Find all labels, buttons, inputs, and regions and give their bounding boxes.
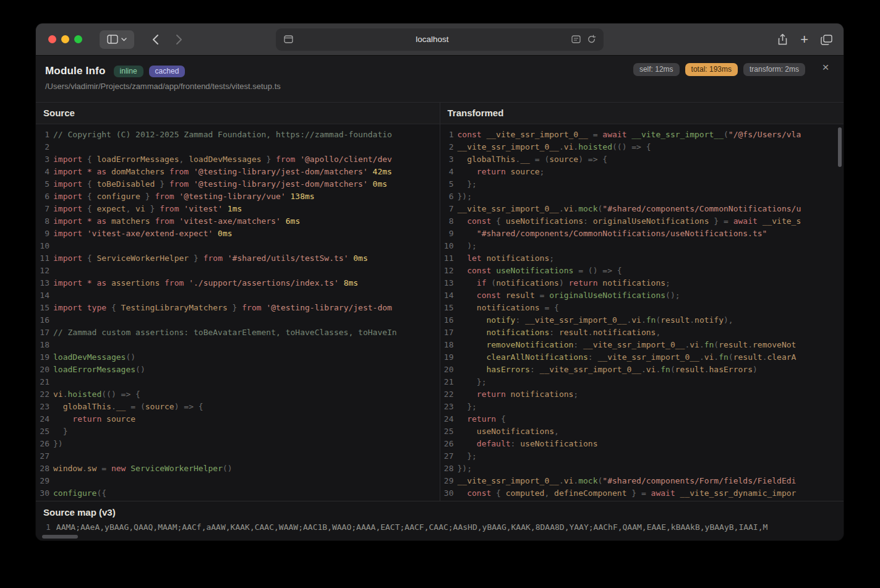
window-controls — [48, 35, 82, 43]
source-panel-title: Source — [36, 103, 440, 124]
line-number: 25 — [36, 425, 53, 438]
toolbar-right-buttons: + — [777, 23, 832, 56]
line-number: 4 — [440, 166, 458, 178]
line-number: 29 — [36, 475, 53, 487]
code-line: 17 notifications: result.notifications, — [440, 326, 844, 339]
line-number: 2 — [440, 141, 458, 153]
horizontal-scrollbar[interactable] — [42, 535, 78, 539]
code-panels: Source 1// Copyright (C) 2012-2025 Zamma… — [36, 103, 844, 501]
sourcemap-line-number: 1 — [46, 522, 56, 533]
module-path: /Users/vladimir/Projects/zammad/app/fron… — [45, 82, 834, 91]
code-line: 10 — [36, 240, 440, 252]
line-number: 9 — [440, 228, 458, 240]
code-line: 3 globalThis.__ = (source) => { — [440, 153, 844, 166]
sidebar-toggle-button[interactable] — [100, 30, 134, 49]
line-number: 18 — [36, 339, 53, 351]
code-line: 20 hasErrors: __vite_ssr_import_0__.vi.f… — [440, 364, 844, 376]
line-number: 5 — [36, 178, 53, 190]
transformed-panel-title: Transformed — [440, 103, 844, 124]
minimize-window-button[interactable] — [61, 35, 69, 43]
line-number: 13 — [36, 277, 53, 289]
code-line: 7import { expect, vi } from 'vitest' 1ms — [36, 203, 440, 215]
vite-inspect-page: Module Info inlinecached /Users/vladimir… — [36, 56, 844, 540]
code-line: 27 — [36, 450, 440, 462]
line-number: 11 — [36, 252, 53, 265]
line-number: 26 — [36, 438, 53, 450]
line-number: 8 — [440, 215, 458, 228]
code-line: 23 globalThis.__ = (source) => { — [36, 401, 440, 413]
sourcemap-title: Source map (v3) — [36, 501, 844, 522]
chevron-down-icon — [121, 38, 127, 41]
timing-badge: total: 193ms — [685, 63, 738, 76]
line-number: 23 — [440, 401, 458, 413]
line-number: 16 — [36, 314, 53, 326]
address-bar[interactable]: localhost — [276, 28, 604, 51]
code-line: 9import 'vitest-axe/extend-expect' 0ms — [36, 228, 440, 240]
line-number: 6 — [440, 190, 458, 203]
code-line: 7__vite_ssr_import_0__.vi.mock("#shared/… — [440, 203, 844, 215]
tab-overview-icon[interactable] — [821, 35, 832, 45]
code-line: 4 return source; — [440, 166, 844, 178]
line-number: 2 — [36, 141, 53, 153]
code-line: 29 — [36, 475, 440, 487]
code-line: 25 useNotifications, — [440, 425, 844, 438]
zoom-window-button[interactable] — [74, 35, 82, 43]
code-line: 28window.sw = new ServiceWorkerHelper() — [36, 462, 440, 475]
line-number: 9 — [36, 228, 53, 240]
line-number: 19 — [36, 351, 53, 364]
module-badge: cached — [149, 66, 186, 77]
code-line: 6import { configure } from '@testing-lib… — [36, 190, 440, 203]
code-line: 14 — [36, 289, 440, 302]
module-info-header: Module Info inlinecached /Users/vladimir… — [36, 56, 844, 103]
browser-window: localhost — [36, 23, 844, 540]
code-line: 11import { ServiceWorkerHelper } from '#… — [36, 252, 440, 265]
close-window-button[interactable] — [48, 35, 56, 43]
vertical-scrollbar[interactable] — [838, 127, 842, 167]
line-number: 3 — [440, 153, 458, 166]
code-line: 21 }; — [440, 376, 844, 388]
url-text[interactable]: localhost — [293, 35, 571, 44]
code-line: 24 return source — [36, 413, 440, 425]
line-number: 8 — [36, 215, 53, 228]
navigation-buttons — [148, 31, 186, 48]
code-line: 20loadErrorMessages() — [36, 364, 440, 376]
page-settings-icon[interactable] — [284, 35, 293, 43]
code-line: 11 let notifications; — [440, 252, 844, 265]
forward-button[interactable] — [171, 31, 186, 48]
code-line: 30 const { computed, defineComponent } =… — [440, 487, 844, 500]
line-number: 12 — [440, 265, 458, 277]
line-number: 27 — [36, 450, 53, 462]
code-line: 9 "#shared/components/CommonNotification… — [440, 228, 844, 240]
code-line: 18 removeNotification: __vite_ssr_import… — [440, 339, 844, 351]
line-number: 28 — [440, 462, 458, 475]
reload-icon[interactable] — [587, 35, 596, 44]
code-line: 19 clearAllNotifications: __vite_ssr_imp… — [440, 351, 844, 364]
back-button[interactable] — [148, 31, 163, 48]
line-number: 7 — [440, 203, 458, 215]
code-line: 8import * as matchers from 'vitest-axe/m… — [36, 215, 440, 228]
module-badges: inlinecached — [114, 66, 186, 77]
line-number: 1 — [440, 129, 458, 141]
new-tab-icon[interactable]: + — [800, 33, 808, 46]
share-icon[interactable] — [777, 33, 788, 46]
line-number: 28 — [36, 462, 53, 475]
code-line: 25 } — [36, 425, 440, 438]
line-number: 10 — [36, 240, 53, 252]
close-icon[interactable]: × — [818, 59, 834, 75]
line-number: 6 — [36, 190, 53, 203]
desktop: localhost — [0, 0, 880, 588]
line-number: 15 — [440, 302, 458, 314]
code-line: 10 ); — [440, 240, 844, 252]
translate-icon[interactable] — [571, 35, 581, 43]
line-number: 22 — [36, 388, 53, 401]
code-line: 13 if (notifications) return notificatio… — [440, 277, 844, 289]
code-line: 29__vite_ssr_import_0__.vi.mock("#shared… — [440, 475, 844, 487]
line-number: 30 — [440, 487, 458, 500]
code-line: 21 — [36, 376, 440, 388]
line-number: 20 — [36, 364, 53, 376]
browser-toolbar: localhost — [36, 23, 844, 56]
line-number: 27 — [440, 450, 458, 462]
timing-badge: self: 12ms — [633, 63, 680, 76]
code-line: 12 const useNotifications = () => { — [440, 265, 844, 277]
sourcemap-section: Source map (v3) 1 AAMA;AAeA,yBAAG,QAAQ,M… — [36, 501, 844, 540]
